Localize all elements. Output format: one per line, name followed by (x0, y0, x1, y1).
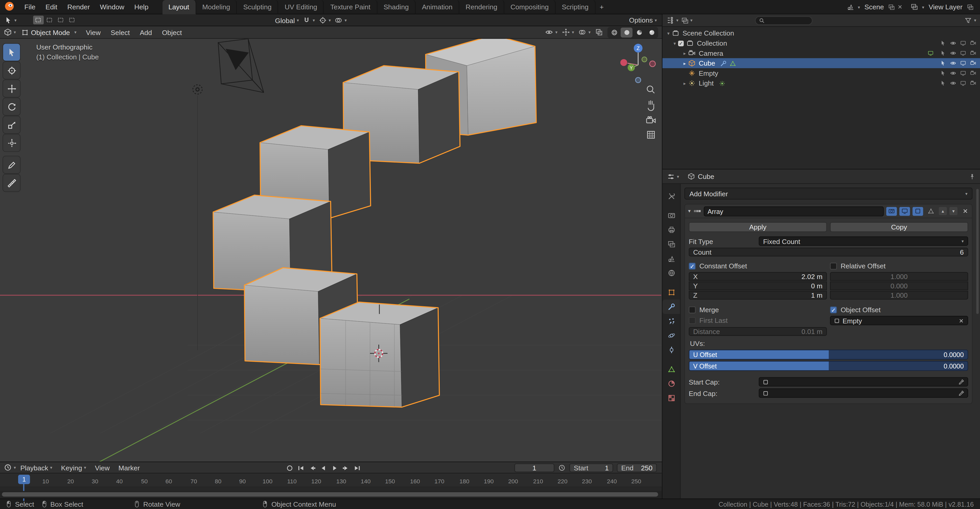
outliner-row-collection[interactable]: ▾ ✓ Collection (663, 38, 980, 48)
play-button[interactable] (329, 463, 339, 472)
menu-render[interactable]: Render (62, 0, 95, 14)
view-layer-selector[interactable]: ▾ View Layer (908, 3, 976, 11)
collection-checkbox[interactable]: ✓ (678, 40, 684, 46)
selectable-icon[interactable] (940, 60, 946, 66)
object-offset-checkbox[interactable]: ✓ Object Offset (830, 305, 968, 314)
end-frame-field[interactable]: End250 (617, 463, 657, 472)
menu-edit[interactable]: Edit (40, 0, 62, 14)
transform-orientation-dropdown[interactable]: Global ▾ (275, 17, 299, 24)
menu-keying[interactable]: Keying▾ (57, 462, 91, 473)
outliner-row-light[interactable]: ▸ Light (663, 78, 980, 88)
tab-layout[interactable]: Layout (162, 0, 196, 14)
tab-scripting[interactable]: Scripting (555, 0, 595, 14)
modifier-name-input[interactable] (704, 206, 884, 216)
outliner-editor-selector[interactable]: ▾ (666, 16, 678, 24)
constant-offset-z-field[interactable]: Z1 m (689, 291, 827, 300)
timeline-ruler[interactable]: 10 20 30 40 50 60 70 80 90 100 110 120 1… (0, 474, 662, 487)
overlays-dropdown[interactable]: ▾ (578, 28, 590, 36)
play-reverse-button[interactable] (318, 463, 328, 472)
auto-key-button[interactable] (284, 463, 294, 472)
add-modifier-dropdown[interactable]: Add Modifier ▾ (684, 188, 972, 199)
constant-offset-y-field[interactable]: Y0 m (689, 281, 827, 290)
disable-viewport-icon[interactable] (960, 60, 966, 66)
tab-output[interactable] (663, 223, 680, 237)
eyedropper-icon[interactable] (958, 390, 964, 396)
prev-keyframe-button[interactable] (307, 463, 317, 472)
copy-button[interactable]: Copy (830, 222, 968, 232)
disable-render-icon[interactable] (970, 40, 976, 46)
next-keyframe-button[interactable] (341, 463, 351, 472)
tab-world[interactable] (663, 266, 680, 280)
outliner-filter[interactable]: ▾ (965, 17, 976, 24)
tab-texture-paint[interactable]: Texture Paint (324, 0, 377, 14)
tab-compositing[interactable]: Compositing (504, 0, 555, 14)
disable-render-icon[interactable] (970, 60, 976, 66)
disable-viewport-icon[interactable] (960, 80, 966, 86)
disable-render-icon[interactable] (970, 80, 976, 86)
hide-eye-icon[interactable] (950, 60, 956, 66)
new-view-layer-icon[interactable] (967, 3, 974, 10)
hide-eye-icon[interactable] (950, 70, 956, 76)
menu-marker[interactable]: Marker (114, 462, 144, 473)
add-workspace-button[interactable]: + (595, 0, 608, 14)
select-mode-intersect[interactable] (67, 16, 77, 24)
apply-button[interactable]: Apply (689, 222, 827, 232)
menu-help[interactable]: Help (129, 0, 153, 14)
menu-tl-view[interactable]: View (91, 462, 114, 473)
outliner-search[interactable] (755, 16, 813, 25)
timeline-editor-selector[interactable]: ▾ (4, 463, 16, 471)
timeline-scrollbar[interactable] (0, 491, 662, 498)
pin-icon[interactable] (969, 173, 976, 180)
disable-render-icon[interactable] (970, 50, 976, 56)
menu-view[interactable]: View (82, 26, 105, 38)
tab-constraints[interactable] (663, 343, 680, 357)
outliner-row-empty[interactable]: Empty (663, 68, 980, 78)
xray-toggle[interactable] (595, 28, 603, 36)
modifier-move-up-button[interactable]: ▲ (939, 207, 947, 215)
hide-eye-icon[interactable] (950, 50, 956, 56)
viewport-canvas[interactable]: Z Y (0, 39, 662, 462)
tool-annotate[interactable] (3, 156, 20, 173)
tab-rendering[interactable]: Rendering (460, 0, 504, 14)
tab-particles[interactable] (663, 314, 680, 328)
gizmos-dropdown[interactable]: ▾ (562, 28, 574, 36)
tab-sculpting[interactable]: Sculpting (237, 0, 278, 14)
disable-viewport-icon[interactable] (960, 70, 966, 76)
snapping-toggle[interactable]: ▾ (303, 16, 315, 24)
shading-wireframe-button[interactable] (608, 27, 620, 37)
select-mode-extend[interactable] (44, 16, 55, 24)
jump-end-button[interactable] (352, 463, 362, 472)
unlink-scene-icon[interactable] (897, 4, 903, 10)
tab-modifiers[interactable] (663, 300, 680, 314)
menu-select[interactable]: Select (106, 26, 134, 38)
outliner-row-camera[interactable]: ▸ Camera (663, 48, 980, 58)
jump-start-button[interactable] (296, 463, 306, 472)
offset-object-field[interactable]: Empty (830, 316, 968, 325)
current-frame-marker[interactable]: 1 (18, 475, 30, 484)
tool-rotate[interactable] (3, 98, 20, 115)
start-cap-field[interactable] (759, 377, 968, 386)
tab-texture[interactable] (663, 391, 680, 405)
menu-playback[interactable]: Playback▾ (16, 462, 57, 473)
menu-window[interactable]: Window (95, 0, 129, 14)
scene-selector[interactable]: ▾ Scene (844, 3, 906, 11)
shading-material-button[interactable] (633, 27, 645, 37)
tab-scene[interactable] (663, 252, 680, 266)
tab-object-data[interactable] (663, 362, 680, 377)
tool-cursor[interactable] (3, 62, 20, 79)
selectable-icon[interactable] (940, 40, 946, 46)
active-tool-selector[interactable]: ▾ (5, 16, 17, 24)
disable-viewport-icon[interactable] (960, 50, 966, 56)
preview-range-icon[interactable] (558, 464, 566, 472)
new-scene-icon[interactable] (888, 3, 895, 10)
tab-modeling[interactable]: Modeling (196, 0, 237, 14)
fit-type-dropdown[interactable]: Fixed Count ▾ (759, 236, 968, 246)
tab-view-layer[interactable] (663, 237, 680, 251)
menu-file[interactable]: File (19, 0, 40, 14)
shading-rendered-button[interactable] (646, 27, 658, 37)
constant-offset-x-field[interactable]: X2.02 m (689, 272, 827, 281)
properties-scrollbar[interactable] (976, 189, 979, 314)
disable-viewport-icon[interactable] (960, 40, 966, 46)
shading-solid-button[interactable] (620, 27, 633, 37)
menu-add[interactable]: Add (135, 26, 156, 38)
